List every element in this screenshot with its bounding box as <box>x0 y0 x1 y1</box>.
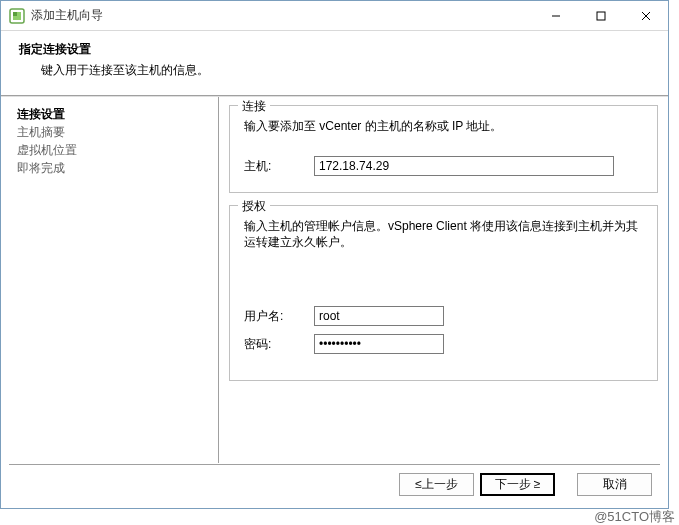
close-button[interactable] <box>623 1 668 30</box>
cancel-button[interactable]: 取消 <box>577 473 652 496</box>
authorization-group: 授权 输入主机的管理帐户信息。vSphere Client 将使用该信息连接到主… <box>229 205 658 381</box>
app-icon <box>9 8 25 24</box>
password-input[interactable] <box>314 334 444 354</box>
connection-legend: 连接 <box>238 98 270 115</box>
step-host-summary[interactable]: 主机摘要 <box>17 123 218 141</box>
authorization-description: 输入主机的管理帐户信息。vSphere Client 将使用该信息连接到主机并为… <box>244 218 643 250</box>
username-label: 用户名: <box>244 308 314 325</box>
titlebar: 添加主机向导 <box>1 1 668 31</box>
connection-group: 连接 输入要添加至 vCenter 的主机的名称或 IP 地址。 主机: <box>229 105 658 193</box>
step-connection-settings[interactable]: 连接设置 <box>17 105 218 123</box>
page-subtitle: 键入用于连接至该主机的信息。 <box>41 62 650 79</box>
wizard-content: 连接 输入要添加至 vCenter 的主机的名称或 IP 地址。 主机: 授权 … <box>219 97 668 463</box>
minimize-button[interactable] <box>533 1 578 30</box>
authorization-legend: 授权 <box>238 198 270 215</box>
maximize-button[interactable] <box>578 1 623 30</box>
username-input[interactable] <box>314 306 444 326</box>
watermark-text: @51CTO博客 <box>594 508 675 525</box>
wizard-footer: ≤上一步 下一步 ≥ 取消 <box>9 464 660 496</box>
password-label: 密码: <box>244 336 314 353</box>
host-input[interactable] <box>314 156 614 176</box>
wizard-header: 指定连接设置 键入用于连接至该主机的信息。 <box>1 31 668 95</box>
window-title: 添加主机向导 <box>31 7 533 24</box>
svg-rect-2 <box>13 12 17 16</box>
connection-description: 输入要添加至 vCenter 的主机的名称或 IP 地址。 <box>244 118 643 134</box>
wizard-steps-sidebar: 连接设置 主机摘要 虚拟机位置 即将完成 <box>1 97 219 463</box>
page-title: 指定连接设置 <box>19 41 650 58</box>
svg-rect-4 <box>597 12 605 20</box>
step-ready-complete[interactable]: 即将完成 <box>17 159 218 177</box>
step-vm-location[interactable]: 虚拟机位置 <box>17 141 218 159</box>
next-button[interactable]: 下一步 ≥ <box>480 473 555 496</box>
back-button[interactable]: ≤上一步 <box>399 473 474 496</box>
host-label: 主机: <box>244 158 314 175</box>
